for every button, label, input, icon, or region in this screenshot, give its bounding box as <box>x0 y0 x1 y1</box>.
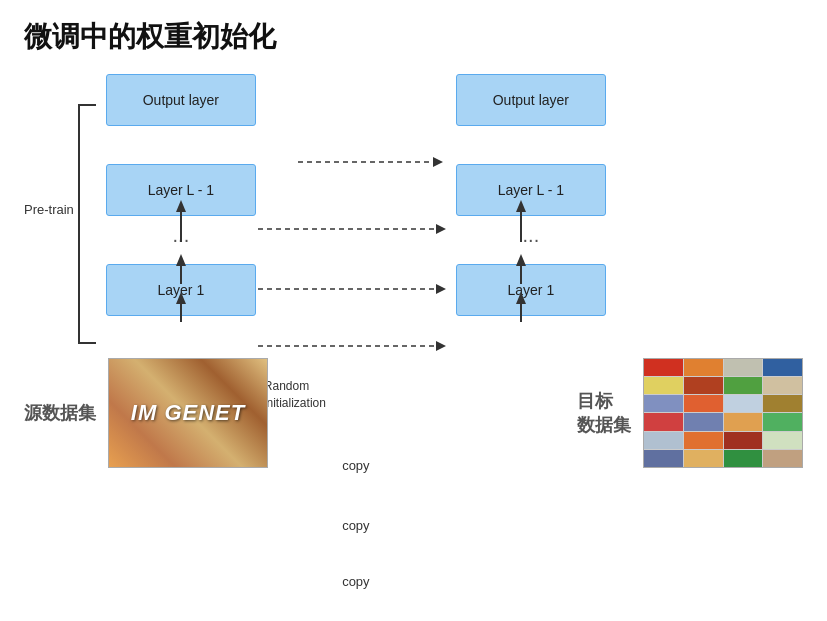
target-dataset-image <box>643 358 803 468</box>
pretrain-label: Pre-train <box>24 202 74 217</box>
random-init-label: Random initialization <box>264 378 326 412</box>
copy-label-dots: copy <box>342 518 369 533</box>
left-layer-l-box: Layer L - 1 <box>106 164 256 216</box>
copy-label-layer1: copy <box>342 574 369 589</box>
source-dataset-image: IM GENET <box>108 358 268 468</box>
imagenet-text: IM GENET <box>131 400 245 426</box>
left-layer1-box: Layer 1 <box>106 264 256 316</box>
right-layer-l-box: Layer L - 1 <box>456 164 606 216</box>
right-layer1-box: Layer 1 <box>456 264 606 316</box>
svg-marker-17 <box>436 224 446 234</box>
target-dataset-label: 目标 数据集 <box>577 389 631 437</box>
right-output-box: Output layer <box>456 74 606 126</box>
svg-marker-19 <box>433 157 443 167</box>
pretrain-bracket <box>78 104 96 344</box>
right-dots: ... <box>523 224 540 247</box>
copy-label-layer-l: copy <box>342 458 369 473</box>
svg-marker-15 <box>436 284 446 294</box>
page-title: 微调中的权重初始化 <box>0 0 827 66</box>
source-dataset-label: 源数据集 <box>24 401 96 425</box>
left-dots: ... <box>173 224 190 247</box>
left-output-box: Output layer <box>106 74 256 126</box>
